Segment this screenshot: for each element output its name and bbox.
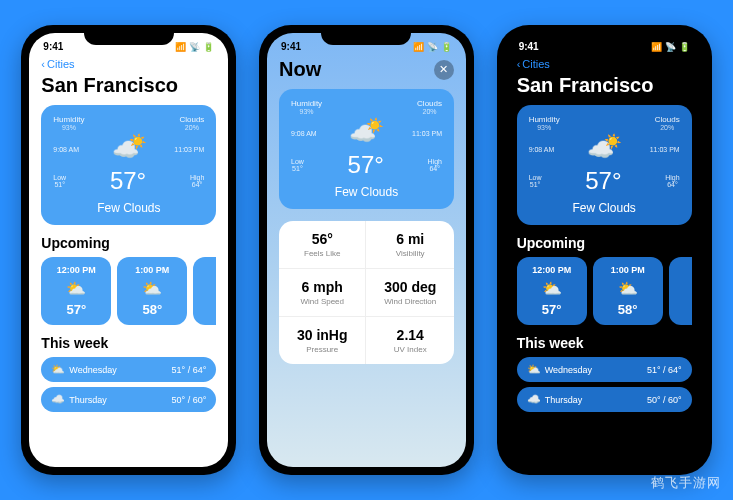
hourly-card[interactable]: 12:00 PM⛅57° [517, 257, 587, 325]
hourly-card[interactable]: 2 [669, 257, 692, 325]
current-weather-card[interactable]: Humidity93% Clouds20% 9:08 AM 11:03 PM L… [517, 105, 692, 225]
battery-icon: 🔋 [679, 42, 690, 52]
partly-cloudy-icon: ⛅ [125, 279, 179, 298]
phone-mockup-3: 9:41 📶 📡 🔋 ‹ Cities San Francisco Humidi… [497, 25, 712, 475]
humidity-value: 93% [53, 124, 84, 131]
signal-icon: 📶 [175, 42, 186, 52]
daily-row[interactable]: ☁️Thursday50° / 60° [41, 387, 216, 412]
cloud-icon: ☁️ [527, 393, 541, 406]
upcoming-list[interactable]: 12:00 PM⛅57° 1:00 PM⛅58° 2 [517, 257, 692, 325]
cloud-icon: ☁️ [51, 393, 65, 406]
daily-row[interactable]: ⛅Wednesday51° / 64° [41, 357, 216, 382]
city-title: San Francisco [41, 74, 216, 97]
phone-mockup-2: 9:41 📶 📡 🔋 Now ✕ Humidity93% Clouds20% 9… [259, 25, 474, 475]
low-value: 51° [53, 181, 66, 188]
partly-cloudy-icon [112, 137, 142, 161]
back-label: Cities [47, 58, 75, 70]
watermark-text: 鹤飞手游网 [651, 474, 721, 492]
signal-icon: 📶 [413, 42, 424, 52]
now-title: Now [279, 58, 321, 81]
clouds-value: 20% [179, 124, 204, 131]
clouds-label: Clouds [179, 115, 204, 124]
low-label: Low [53, 174, 66, 181]
status-time: 9:41 [519, 41, 539, 52]
phone-mockup-1: 9:41 📶 📡 🔋 ‹ Cities San Francisco Humidi… [21, 25, 236, 475]
detail-wind-direction: 300 degWind Direction [366, 269, 454, 317]
detail-visibility: 6 miVisibility [366, 221, 454, 269]
signal-icon: 📶 [651, 42, 662, 52]
high-value: 64° [190, 181, 204, 188]
current-weather-card[interactable]: Humidity93% Clouds20% 9:08 AM 11:03 PM L… [41, 105, 216, 225]
detail-feels-like: 56°Feels Like [279, 221, 367, 269]
partly-cloudy-icon [587, 137, 617, 161]
notch [559, 25, 649, 45]
sunrise-time: 9:08 AM [53, 146, 79, 153]
status-time: 9:41 [43, 41, 63, 52]
status-time: 9:41 [281, 41, 301, 52]
current-weather-card[interactable]: Humidity93% Clouds20% 9:08 AM 11:03 PM L… [279, 89, 454, 209]
detail-wind-speed: 6 mphWind Speed [279, 269, 367, 317]
detail-grid: 56°Feels Like 6 miVisibility 6 mphWind S… [279, 221, 454, 364]
detail-uv-index: 2.14UV Index [366, 317, 454, 364]
high-label: High [190, 174, 204, 181]
battery-icon: 🔋 [203, 42, 214, 52]
city-title: San Francisco [517, 74, 692, 97]
notch [84, 25, 174, 45]
upcoming-header: Upcoming [517, 235, 692, 251]
notch [321, 25, 411, 45]
close-button[interactable]: ✕ [434, 60, 454, 80]
week-header: This week [41, 335, 216, 351]
daily-row[interactable]: ☁️Thursday50° / 60° [517, 387, 692, 412]
partly-cloudy-icon: ⛅ [527, 363, 541, 376]
close-icon: ✕ [439, 63, 448, 76]
back-to-cities[interactable]: ‹ Cities [41, 58, 216, 70]
chevron-left-icon: ‹ [41, 58, 45, 70]
hourly-card[interactable]: 1:00 PM⛅58° [117, 257, 187, 325]
sunset-time: 11:03 PM [174, 146, 204, 153]
hourly-card[interactable]: 2 [193, 257, 216, 325]
daily-row[interactable]: ⛅Wednesday51° / 64° [517, 357, 692, 382]
wifi-icon: 📡 [427, 42, 438, 52]
wifi-icon: 📡 [665, 42, 676, 52]
upcoming-list[interactable]: 12:00 PM⛅57° 1:00 PM⛅58° 2 [41, 257, 216, 325]
chevron-left-icon: ‹ [517, 58, 521, 70]
hourly-card[interactable]: 1:00 PM⛅58° [593, 257, 663, 325]
screen-detail: 9:41 📶 📡 🔋 Now ✕ Humidity93% Clouds20% 9… [267, 33, 466, 467]
partly-cloudy-icon: ⛅ [49, 279, 103, 298]
upcoming-header: Upcoming [41, 235, 216, 251]
partly-cloudy-icon: ⛅ [51, 363, 65, 376]
week-header: This week [517, 335, 692, 351]
partly-cloudy-icon: ⛅ [601, 279, 655, 298]
wifi-icon: 📡 [189, 42, 200, 52]
back-to-cities[interactable]: ‹ Cities [517, 58, 692, 70]
partly-cloudy-icon [349, 121, 379, 145]
battery-icon: 🔋 [441, 42, 452, 52]
condition-text: Few Clouds [53, 201, 204, 215]
partly-cloudy-icon: ⛅ [525, 279, 579, 298]
screen-dark: 9:41 📶 📡 🔋 ‹ Cities San Francisco Humidi… [505, 33, 704, 467]
screen-light: 9:41 📶 📡 🔋 ‹ Cities San Francisco Humidi… [29, 33, 228, 467]
current-temp: 57° [110, 167, 146, 195]
humidity-label: Humidity [53, 115, 84, 124]
hourly-card[interactable]: 12:00 PM⛅57° [41, 257, 111, 325]
detail-pressure: 30 inHgPressure [279, 317, 367, 364]
